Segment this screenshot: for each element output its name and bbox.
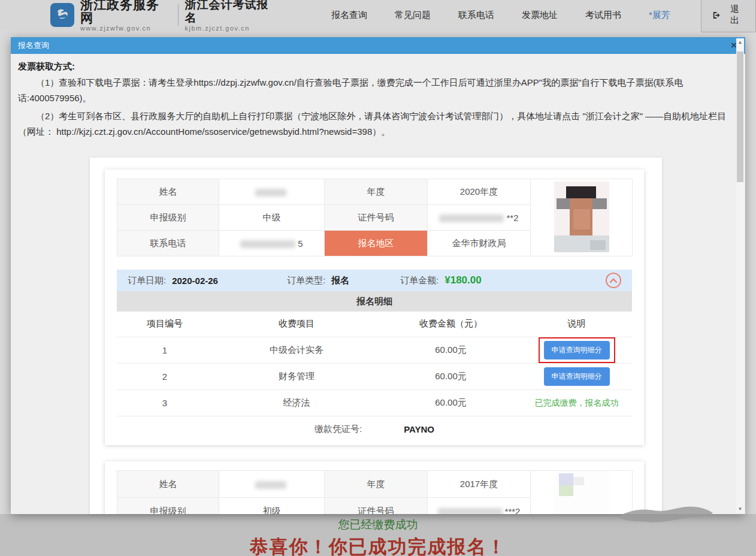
modal-titlebar: 报名查询 ×: [11, 37, 745, 54]
col-note: 说明: [521, 312, 632, 337]
redacted-phone: [240, 240, 295, 248]
redacted-name: [255, 481, 286, 489]
note-cell: 申请查询明细分: [521, 363, 632, 389]
item-no: 3: [117, 389, 213, 416]
order-date: 订单日期:2020-02-26: [128, 275, 218, 286]
invoice-notice-paragraph-2: （2）考生可到各市区、县行政服务大厅的自助机上自行打印票据（宁波地区除外，请具体…: [18, 108, 727, 140]
note-cell: 申请查询明细分: [521, 337, 632, 363]
table-row: 姓名 年度 2017年度: [117, 471, 633, 498]
record-card-2020: 姓名 年度 2020年度: [105, 170, 644, 445]
redacted-name: [255, 189, 286, 197]
col-fee-amount: 收费金额（元）: [380, 312, 521, 337]
voucher-label: 缴款凭证号:: [315, 424, 362, 435]
region-value: 金华市财政局: [428, 231, 531, 256]
payment-complete-status: 已完成缴费，报名成功: [535, 398, 619, 407]
order-type: 订单类型:报名: [287, 275, 349, 286]
modal-title: 报名查询: [18, 41, 49, 50]
payment-voucher-row: 缴款凭证号: PAYNO: [117, 416, 632, 442]
cert-label: 证件号码: [325, 205, 428, 231]
year-label: 年度: [325, 471, 428, 498]
fee-item: 经济法: [213, 389, 380, 416]
cert-value: **2: [428, 205, 531, 231]
phone-label: 联系电话: [117, 231, 219, 256]
fee-amount: 60.00元: [380, 337, 521, 363]
registration-query-modal: 报名查询 × 发票获取方式: （1）查验和下载电子票据：请考生登录https:/…: [11, 37, 745, 514]
note-cell: 已完成缴费，报名成功: [521, 389, 632, 416]
fee-amount: 60.00元: [380, 389, 521, 416]
region-label-highlighted: 报名地区: [325, 231, 428, 256]
collapse-chevron-up-icon[interactable]: [606, 273, 621, 288]
year-label: 年度: [325, 179, 428, 205]
table-header-row: 项目编号 收费项目 收费金额（元） 说明: [117, 312, 632, 337]
col-fee-item: 收费项目: [213, 312, 380, 337]
signature-smudge-graphic: [616, 502, 715, 522]
col-item-no: 项目编号: [117, 312, 213, 337]
fee-item: 财务管理: [213, 363, 380, 389]
year-value: 2017年度: [428, 471, 531, 498]
table-row: 3 经济法 60.00元 已完成缴费，报名成功: [117, 389, 632, 416]
details-section-title: 报名明细: [117, 291, 632, 312]
record-card-2017: 姓名 年度 2017年度 申报级别 初级: [105, 461, 644, 514]
request-detail-query-button[interactable]: 申请查询明细分: [544, 367, 610, 386]
cert-label: 证件号码: [325, 498, 428, 515]
item-no: 2: [117, 363, 213, 389]
order-amount: 订单金额:¥180.00: [400, 274, 482, 286]
fee-item: 中级会计实务: [213, 337, 380, 363]
name-label: 姓名: [117, 179, 219, 205]
redacted-cert-number: [438, 508, 503, 514]
fee-amount: 60.00元: [380, 363, 521, 389]
scrollbar-thumb[interactable]: [737, 52, 743, 182]
scrollbar-down-arrow-icon[interactable]: ▼: [736, 505, 744, 513]
level-label: 申报级别: [117, 205, 219, 231]
redacted-cert-number: [439, 214, 504, 222]
scrollbar-up-arrow-icon[interactable]: ▲: [736, 38, 744, 46]
invoice-notice-heading: 发票获取方式:: [18, 61, 745, 72]
name-value: [219, 471, 325, 498]
applicant-info-table: 姓名 年度 2017年度 申报级别 初级: [117, 470, 633, 514]
records-panel: 姓名 年度 2020年度: [90, 158, 662, 514]
order-summary-row: 订单日期:2020-02-26 订单类型:报名 订单金额:¥180.00: [117, 270, 632, 291]
phone-value: 5: [219, 231, 325, 256]
applicant-info-table: 姓名 年度 2020年度: [117, 179, 633, 256]
level-label: 申报级别: [117, 498, 219, 515]
table-row: 1 中级会计实务 60.00元 申请查询明细分: [117, 337, 632, 363]
table-row: 2 财务管理 60.00元 申请查询明细分: [117, 363, 632, 389]
name-label: 姓名: [117, 471, 219, 498]
table-row: 姓名 年度 2020年度: [117, 179, 633, 205]
name-value: [219, 179, 325, 205]
year-value: 2020年度: [428, 179, 531, 205]
fee-details-table: 项目编号 收费项目 收费金额（元） 说明 1 中级会计实务 60.00元 申请查…: [117, 312, 632, 416]
modal-scrollbar[interactable]: ▲ ▼: [736, 38, 744, 513]
request-detail-query-button[interactable]: 申请查询明细分: [544, 341, 610, 359]
level-value: 中级: [219, 205, 325, 231]
invoice-notice-paragraph-1: （1）查验和下载电子票据：请考生登录https://dzpj.zjzwfw.go…: [18, 75, 727, 106]
voucher-value: PAYNO: [404, 424, 434, 434]
applicant-photo: [531, 179, 633, 256]
item-no: 1: [117, 337, 213, 363]
cert-value: ***2: [428, 498, 531, 515]
level-value: 初级: [219, 498, 325, 515]
red-annotation-box: 申请查询明细分: [539, 337, 615, 363]
